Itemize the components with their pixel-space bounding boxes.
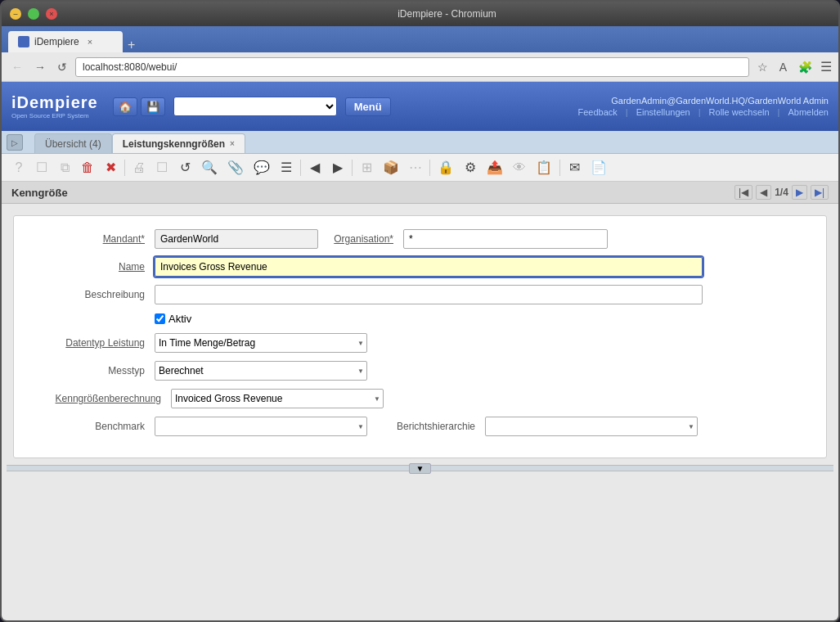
browser-tab-label: iDempiere xyxy=(34,36,79,47)
feedback-link[interactable]: Feedback xyxy=(578,107,618,117)
user-info-text: GardenAdmin@GardenWorld.HQ/GardenWorld A… xyxy=(399,96,829,106)
view-btn[interactable]: 👁 xyxy=(509,157,530,178)
next-btn[interactable]: ▶ xyxy=(327,157,348,178)
einstellungen-link[interactable]: Einstellungen xyxy=(636,107,690,117)
prev-btn[interactable]: ◀ xyxy=(304,157,326,178)
name-input[interactable] xyxy=(155,257,703,277)
browser-addressbar: ← → ↺ localhost:8080/webui/ ☆ A 🧩 ☰ xyxy=(2,52,838,82)
translate-btn[interactable]: A xyxy=(776,59,790,75)
berichtshierarchie-select[interactable] xyxy=(485,417,698,436)
messtyp-select-wrapper: Berechnet xyxy=(155,361,367,381)
rolle-wechseln-link[interactable]: Rolle wechseln xyxy=(709,107,770,117)
browser-menu-btn[interactable]: ☰ xyxy=(820,59,832,74)
app-header: iDempiere Open Source ERP System 🏠 💾 Men… xyxy=(2,82,838,131)
minimize-btn[interactable]: – xyxy=(10,8,21,20)
form-row-name: Name xyxy=(30,257,810,277)
beschreibung-label: Beschreibung xyxy=(30,289,145,300)
messtyp-select[interactable]: Berechnet xyxy=(155,361,367,381)
copy2-btn[interactable]: 📋 xyxy=(532,157,556,178)
menu-btn[interactable]: Menü xyxy=(345,97,391,116)
export-btn[interactable]: 📤 xyxy=(483,157,507,178)
bottom-panel xyxy=(7,471,833,570)
kenngroessen-select-wrapper: Invoiced Gross Revenue xyxy=(171,389,384,408)
berichtshierarchie-select-wrapper xyxy=(485,417,698,436)
abmelden-link[interactable]: Abmelden xyxy=(788,107,829,117)
next-page-btn[interactable]: ▶ xyxy=(792,185,807,200)
benchmark-select[interactable] xyxy=(155,417,367,436)
form-row-messtyp: Messtyp Berechnet xyxy=(30,361,810,381)
header-user-info: GardenAdmin@GardenWorld.HQ/GardenWorld A… xyxy=(399,96,829,117)
last-page-btn[interactable]: ▶| xyxy=(811,185,829,200)
workflow-btn[interactable]: ⚙ xyxy=(460,157,481,178)
page-info: 1/4 xyxy=(775,187,788,198)
expand-btn[interactable]: ⊞ xyxy=(356,157,377,178)
logo-sub: Open Source ERP System xyxy=(11,112,89,119)
browser-title: iDempiere - Chromium xyxy=(64,8,830,20)
mandant-label: Mandant* xyxy=(30,233,145,245)
header-user-links: Feedback | Einstellungen | Rolle wechsel… xyxy=(399,107,829,117)
archive-btn[interactable]: 📦 xyxy=(379,157,403,178)
aktiv-label: Aktiv xyxy=(168,313,191,325)
tab-favicon xyxy=(18,36,29,47)
app-tabbar: ◁ Übersicht (4) Leistungskenngrößen × ▷ xyxy=(2,131,838,154)
form-row-aktiv: Aktiv xyxy=(155,313,810,325)
extensions-btn[interactable]: 🧩 xyxy=(795,59,815,75)
toolbar-sep-1 xyxy=(124,160,125,176)
bookmark-btn[interactable]: ☆ xyxy=(754,59,771,75)
mandant-input[interactable] xyxy=(155,229,318,249)
close-btn[interactable]: × xyxy=(46,8,57,20)
prev-page-btn[interactable]: ◀ xyxy=(756,185,771,200)
copy-btn[interactable]: ⧉ xyxy=(54,157,75,178)
lock-btn[interactable]: 🔒 xyxy=(433,157,458,178)
tab-leistungskenngroessen[interactable]: Leistungskenngrößen × xyxy=(112,133,245,153)
name-label: Name xyxy=(30,261,145,273)
grid-btn[interactable]: ☰ xyxy=(276,157,297,178)
maximize-btn[interactable] xyxy=(28,8,39,20)
datentyp-select[interactable]: In Time Menge/Betrag xyxy=(155,333,367,353)
more-btn[interactable]: ⋯ xyxy=(405,157,426,178)
beschreibung-input[interactable] xyxy=(155,285,703,304)
refresh-btn[interactable]: ↺ xyxy=(174,157,195,178)
browser-tabbar: iDempiere × + xyxy=(2,26,838,52)
mail-btn[interactable]: ✉ xyxy=(564,157,585,178)
toolbar-sep-3 xyxy=(352,160,353,176)
new-tab-btn[interactable]: + xyxy=(123,38,140,52)
pagination: |◀ ◀ 1/4 ▶ ▶| xyxy=(734,185,829,200)
address-bar[interactable]: localhost:8080/webui/ xyxy=(75,57,749,77)
help-btn[interactable]: ? xyxy=(8,157,29,178)
delete-btn[interactable]: 🗑 xyxy=(77,157,98,178)
kenngroessen-select[interactable]: Invoiced Gross Revenue xyxy=(171,389,384,408)
toolbar-sep-5 xyxy=(559,160,560,176)
back-btn[interactable]: ← xyxy=(8,59,26,75)
organisation-label: Organisation* xyxy=(328,233,393,245)
tab-close-btn[interactable]: × xyxy=(88,37,92,47)
reload-btn[interactable]: ↺ xyxy=(54,59,70,75)
undo-btn[interactable]: ✖ xyxy=(100,157,121,178)
tab-leistungskenngroessen-close[interactable]: × xyxy=(230,139,235,148)
berichtshierarchie-label: Berichtshierarchie xyxy=(377,421,475,432)
context-selector[interactable] xyxy=(173,97,337,116)
sidebar-toggle-right[interactable]: ▷ xyxy=(7,134,23,151)
print-btn[interactable]: 🖨 xyxy=(128,157,150,178)
aktiv-checkbox[interactable] xyxy=(155,313,165,324)
messtyp-label: Messtyp xyxy=(30,365,145,376)
tab-ubersicht[interactable]: Übersicht (4) xyxy=(34,133,112,153)
logo-text: iDempiere xyxy=(11,93,98,112)
form-row-beschreibung: Beschreibung xyxy=(30,285,810,304)
divider-collapse-btn[interactable]: ▼ xyxy=(409,463,432,474)
forward-btn[interactable]: → xyxy=(31,59,49,75)
form-area: Mandant* Organisation* Name Beschreibung xyxy=(13,215,827,458)
print2-btn[interactable]: ☐ xyxy=(151,157,173,178)
first-page-btn[interactable]: |◀ xyxy=(734,185,752,200)
home-icon-btn[interactable]: 🏠 xyxy=(113,97,137,116)
new-record-btn[interactable]: ☐ xyxy=(31,157,52,178)
tab-leistungskenngroessen-label: Leistungskenngrößen xyxy=(123,138,225,150)
save-icon-btn[interactable]: 💾 xyxy=(141,97,165,116)
logo-area: iDempiere Open Source ERP System xyxy=(11,93,98,119)
browser-tab[interactable]: iDempiere × xyxy=(8,31,123,52)
find-btn[interactable]: 🔍 xyxy=(197,157,222,178)
note-btn[interactable]: 💬 xyxy=(249,157,274,178)
attachment-btn[interactable]: 📎 xyxy=(223,157,248,178)
doc-btn[interactable]: 📄 xyxy=(586,157,611,178)
organisation-input[interactable] xyxy=(403,229,608,249)
